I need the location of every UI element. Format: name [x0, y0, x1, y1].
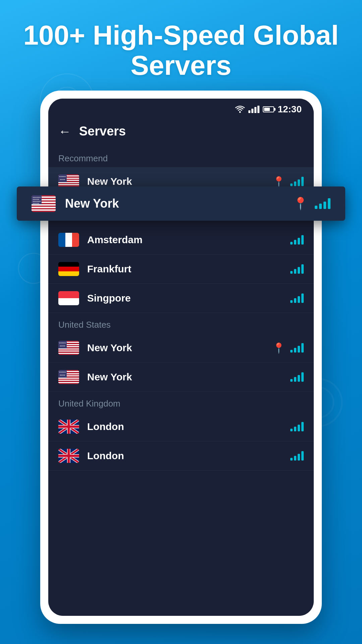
svg-rect-44 [32, 209, 56, 211]
server-row-uk-london-1[interactable]: London [48, 412, 314, 441]
svg-rect-37 [68, 449, 70, 463]
app-bar: ← Servers [48, 117, 314, 147]
header-section: 100+ High-Speed Global Servers [0, 20, 362, 80]
svg-text:★★★★★: ★★★★★ [33, 202, 40, 204]
server-row-uk-london-2[interactable]: London [48, 441, 314, 471]
section-recommend: Recommend [48, 147, 314, 167]
status-icons: 12:30 [235, 104, 302, 115]
battery-icon [263, 106, 274, 112]
server-row-us-new-york-1[interactable]: ★★★ ★★★ ★★★ New York 📍 [48, 333, 314, 363]
signal-bars-amsterdam [290, 235, 304, 245]
signal-bars-singapore [290, 293, 304, 303]
wifi-icon [235, 106, 245, 113]
location-pin-new-york: 📍 [273, 176, 285, 187]
section-united-kingdom: United Kingdom [48, 392, 314, 412]
floating-flag-us: ★★★★★★ ★★★★★ ★★★★★★ ★★★★★ [32, 195, 56, 212]
phone-screen: 12:30 ← Servers Recommend [48, 99, 314, 616]
flag-us-ny1: ★★★ ★★★ ★★★ [58, 341, 79, 355]
signal-bars-us-ny2 [290, 372, 304, 382]
flag-us-ny2: ★★★ ★★★ ★★★ [58, 370, 79, 384]
flag-de-frankfurt [58, 262, 79, 276]
flag-gb-london2 [58, 449, 79, 463]
status-time: 12:30 [278, 104, 302, 115]
server-name-uk-london-2: London [87, 450, 290, 462]
signal-bars-frankfurt [290, 264, 304, 274]
server-name-uk-london-1: London [87, 421, 290, 432]
signal-bars-us-ny1 [290, 343, 304, 353]
page-title: 100+ High-Speed Global Servers [20, 20, 342, 80]
server-row-us-new-york-2[interactable]: ★★★ ★★★ ★★★ New York [48, 363, 314, 392]
flag-sg-singapore [58, 291, 79, 305]
status-bar: 12:30 [48, 99, 314, 117]
phone-frame: 12:30 ← Servers Recommend [40, 91, 322, 624]
floating-server-name: New York [65, 197, 293, 211]
floating-signal-bars [315, 198, 330, 209]
server-row-singapore[interactable]: Singpore [48, 284, 314, 313]
signal-icon [248, 106, 259, 113]
server-name-amsterdam: Amsterdam [87, 234, 290, 246]
server-name-singapore: Singpore [87, 292, 290, 304]
server-row-amsterdam[interactable]: Amsterdam [48, 225, 314, 255]
svg-point-10 [239, 111, 241, 113]
server-name-us-ny1: New York [87, 342, 273, 354]
server-name-us-ny2: New York [87, 371, 290, 383]
svg-rect-42 [32, 204, 56, 206]
server-row-frankfurt[interactable]: Frankfurt [48, 255, 314, 284]
server-name-new-york-highlighted: New York [87, 176, 273, 187]
section-united-states: United States [48, 313, 314, 333]
signal-bars-uk-london-1 [290, 422, 304, 431]
floating-new-york-row[interactable]: ★★★★★★ ★★★★★ ★★★★★★ ★★★★★ New York 📍 [17, 186, 345, 221]
signal-bars-new-york-highlighted [290, 177, 304, 186]
svg-rect-43 [32, 207, 56, 208]
server-name-frankfurt: Frankfurt [87, 263, 290, 275]
svg-rect-28 [68, 420, 70, 434]
location-pin-us-ny1: 📍 [273, 342, 285, 354]
flag-fr-amsterdam [58, 233, 79, 247]
back-button[interactable]: ← [58, 125, 71, 138]
flag-gb-london1 [58, 420, 79, 434]
signal-bars-uk-london-2 [290, 451, 304, 461]
app-bar-title: Servers [79, 124, 126, 139]
floating-location-pin: 📍 [293, 197, 308, 211]
